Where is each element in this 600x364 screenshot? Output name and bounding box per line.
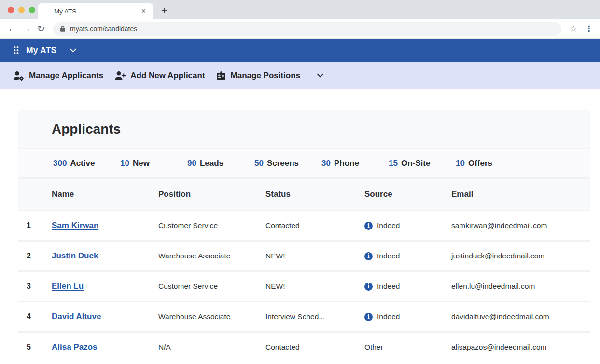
table-row: 1 Sam Kirwan Customer Service Contacted … [18, 211, 590, 240]
back-icon[interactable]: ← [5, 24, 19, 34]
stat-label: Leads [200, 159, 223, 168]
window-minimize-button[interactable] [18, 7, 25, 13]
source-cell: i Indeed [364, 252, 451, 260]
column-header-name: Name [52, 189, 158, 199]
table-header-row: Name Position Status Source Email [18, 179, 590, 210]
applicant-name-link[interactable]: David Altuve [52, 312, 101, 321]
indeed-icon: i [364, 313, 373, 321]
source-label: Indeed [377, 221, 400, 230]
stat-label: Phone [334, 159, 359, 168]
stat-value: 30 [321, 159, 331, 168]
stat-value: 10 [120, 159, 129, 168]
address-bar[interactable]: myats.com/candidates [53, 22, 561, 36]
toolbar-chevron-down-icon[interactable] [317, 73, 324, 78]
applicant-name-link[interactable]: Justin Duck [52, 251, 98, 260]
status-cell: Interview Sched... [265, 312, 364, 321]
browser-toolbar: ← → ↻ myats.com/candidates ☆ ⋮ [0, 19, 600, 39]
manage-positions-label: Manage Positions [231, 71, 301, 81]
stat-item[interactable]: 10 Offers [456, 159, 523, 168]
column-header-source: Source [364, 189, 451, 199]
row-number: 3 [18, 282, 52, 291]
stat-label: On-Site [401, 159, 430, 168]
app-launcher-icon[interactable] [13, 45, 20, 55]
reload-icon[interactable]: ↻ [34, 23, 48, 34]
source-label: Indeed [377, 312, 400, 321]
column-header-email: Email [451, 189, 590, 199]
add-new-applicant-label: Add New Applicant [130, 71, 205, 81]
table-row: 2 Justin Duck Warehouse Associate NEW! i… [18, 242, 590, 270]
applicant-name-link[interactable]: Ellen Lu [52, 282, 84, 291]
manage-positions-button[interactable]: Manage Positions [216, 70, 301, 81]
person-plus-icon [114, 70, 126, 81]
position-cell: Warehouse Associate [158, 252, 265, 260]
stat-label: Active [70, 159, 95, 168]
source-cell: i Indeed [364, 312, 451, 321]
stat-label: Screens [267, 159, 299, 168]
window-close-button[interactable] [8, 7, 14, 13]
status-cell: Contacted [265, 343, 364, 351]
source-cell: i Other [364, 343, 451, 351]
window-controls [8, 7, 35, 13]
indeed-icon: i [364, 283, 373, 291]
table-row: 5 Alisa Pazos N/A Contacted i Other alis… [18, 333, 590, 362]
source-label: Indeed [377, 252, 400, 260]
email-cell: samkirwan@indeedmail.com [451, 221, 590, 230]
table-row: 4 David Altuve Warehouse Associate Inter… [18, 302, 590, 331]
person-gear-icon [13, 70, 25, 81]
email-cell: alisapazos@indeedmail.com [451, 343, 590, 351]
page-title: Applicants [52, 121, 121, 137]
row-number: 1 [18, 221, 52, 230]
stats-row: 300 Active 10 New 90 Leads 50 Screens 30… [18, 149, 590, 177]
indeed-icon: i [364, 252, 373, 260]
browser-menu-icon[interactable]: ⋮ [583, 24, 595, 34]
tab-close-icon[interactable]: × [140, 7, 148, 15]
main-content: Applicants 300 Active 10 New 90 Leads 50… [0, 89, 600, 362]
bookmark-star-icon[interactable]: ☆ [566, 24, 581, 34]
stat-value: 50 [254, 159, 264, 168]
row-number: 5 [18, 343, 52, 351]
source-cell: i Indeed [364, 221, 451, 230]
applicant-name-link[interactable]: Alisa Pazos [52, 342, 98, 351]
browser-tab[interactable]: My ATS × [38, 3, 153, 19]
stat-item[interactable]: 300 Active [53, 159, 120, 168]
stat-item[interactable]: 15 On-Site [389, 159, 456, 168]
stat-value: 300 [53, 159, 67, 168]
applicant-name-link[interactable]: Sam Kirwan [52, 221, 98, 230]
indeed-icon: i [364, 222, 373, 230]
table-row: 3 Ellen Lu Customer Service NEW! i Indee… [18, 272, 590, 301]
browser-tab-strip: My ATS × + [0, 0, 600, 19]
source-label: Indeed [377, 282, 400, 291]
stat-item[interactable]: 50 Screens [254, 159, 321, 168]
stat-item[interactable]: 10 New [120, 159, 187, 168]
position-cell: Customer Service [158, 282, 265, 291]
manage-applicants-button[interactable]: Manage Applicants [13, 70, 103, 81]
source-label: Other [364, 343, 383, 351]
url-text: myats.com/candidates [70, 25, 137, 33]
status-cell: NEW! [265, 252, 364, 260]
stat-item[interactable]: 90 Leads [187, 159, 254, 168]
window-zoom-button[interactable] [29, 7, 35, 13]
email-cell: ellen.lu@indeedmail.com [451, 282, 590, 291]
column-header-position: Position [158, 189, 265, 199]
stat-value: 10 [456, 159, 465, 168]
stat-label: Offers [468, 159, 492, 168]
app-menu-chevron-down-icon[interactable] [70, 48, 77, 53]
row-number: 2 [18, 252, 52, 260]
forward-icon[interactable]: → [19, 24, 34, 34]
new-tab-button[interactable]: + [161, 4, 167, 17]
action-toolbar: Manage Applicants Add New Applicant Mana… [0, 62, 600, 89]
email-cell: davidaltuve@indeedmail.com [451, 312, 590, 321]
stat-value: 90 [187, 159, 196, 168]
add-new-applicant-button[interactable]: Add New Applicant [114, 70, 205, 81]
stat-item[interactable]: 30 Phone [321, 159, 389, 168]
lock-icon [60, 25, 66, 32]
applicants-card: Applicants 300 Active 10 New 90 Leads 50… [18, 110, 590, 362]
stat-value: 15 [389, 159, 398, 168]
manage-applicants-label: Manage Applicants [29, 71, 103, 81]
contact-card-icon [216, 70, 226, 81]
position-cell: Warehouse Associate [158, 312, 265, 321]
stat-label: New [133, 159, 150, 168]
status-cell: Contacted [265, 221, 364, 230]
column-header-status: Status [265, 189, 364, 199]
app-title: My ATS [26, 45, 56, 55]
